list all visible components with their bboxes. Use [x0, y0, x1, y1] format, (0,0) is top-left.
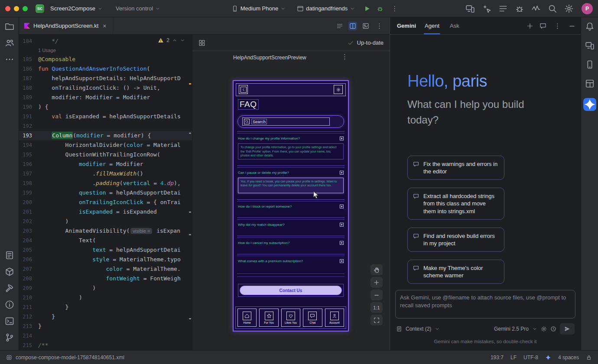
code-line[interactable]: 185@Composable [19, 55, 192, 64]
code-editor[interactable]: 184 */1 Usage185@Composable186fun Questi… [19, 35, 192, 350]
code-line[interactable]: 197 .fillMaxWidth() [19, 169, 192, 179]
code-line[interactable]: 202 ) [19, 217, 192, 226]
logcat-icon[interactable] [498, 4, 508, 13]
zoom-out-button[interactable] [370, 289, 383, 300]
more-tools-icon[interactable] [5, 55, 14, 64]
suggestion-card[interactable]: Find and resolve build errors in my proj… [407, 228, 504, 252]
editor-tab[interactable]: HelpAndSupportScreen.kt × [19, 17, 113, 34]
tab-close-button[interactable]: × [102, 23, 107, 29]
run-button[interactable] [364, 5, 370, 12]
code-view-button[interactable] [336, 23, 343, 29]
code-line[interactable]: 187 helpAndSupportDetails: HelpAndSuppor… [19, 74, 192, 83]
faq-question-row[interactable]: What comes with a premium subscription? [238, 258, 344, 264]
zoom-in-button[interactable] [370, 277, 383, 288]
more-run-actions-button[interactable]: ⋮ [390, 5, 400, 13]
code-line[interactable]: 205 text = helpAndSupportDetai [19, 245, 192, 255]
line-ending[interactable]: LF [510, 354, 517, 361]
send-button[interactable] [560, 323, 575, 335]
error-stripe[interactable] [188, 35, 192, 350]
encoding[interactable]: UTF-8 [523, 354, 538, 361]
settings-icon[interactable] [564, 4, 574, 13]
gemini-input[interactable] [395, 290, 575, 318]
statusbar-file[interactable]: compose-compose-model-1758748140651.xml [16, 354, 124, 361]
code-line[interactable]: 1 Usage [19, 46, 192, 55]
code-line[interactable]: 203 AnimatedVisibility(visible = isExpan [19, 226, 192, 236]
resource-manager-icon[interactable] [5, 267, 14, 276]
faq-item[interactable]: How do I cancel my subscription? [237, 236, 344, 254]
gemini-tab-agent[interactable]: Agent [424, 17, 440, 34]
debug-button[interactable] [377, 5, 384, 12]
preview-options-button[interactable]: ⋮ [340, 53, 350, 61]
code-line[interactable]: 213} [19, 322, 192, 331]
notifications-icon[interactable] [585, 22, 595, 31]
project-tool-icon[interactable] [5, 22, 14, 31]
design-view-button[interactable] [362, 23, 369, 29]
indent-setting[interactable]: 4 spaces [558, 354, 579, 361]
gemini-settings-button[interactable] [541, 326, 547, 332]
build-tool-icon[interactable] [5, 283, 14, 293]
app-inspection-icon[interactable] [515, 4, 524, 13]
nav-item-home[interactable]: Home [237, 309, 257, 327]
faq-item[interactable]: Why did my match disappear? [237, 218, 344, 236]
device-selector[interactable]: Medium Phone [229, 3, 288, 14]
context-selector[interactable]: Context (2) [406, 326, 431, 332]
code-line[interactable]: 189 modifier: Modifier = Modifier [19, 93, 192, 102]
gemini-tool-button[interactable] [583, 98, 596, 111]
problems-tool-icon[interactable] [5, 300, 14, 309]
layout-inspector-icon[interactable] [585, 79, 595, 88]
window-minimize-button[interactable] [14, 6, 19, 11]
next-issue-button[interactable] [180, 38, 185, 43]
faq-search-field[interactable]: Search [242, 117, 330, 126]
hide-panel-button[interactable] [569, 23, 575, 29]
code-line[interactable]: 212 } [19, 312, 192, 322]
model-selector[interactable]: Gemini 2.5 Pro [494, 326, 529, 332]
code-line[interactable]: 193 Column(modifier = modifier) { [19, 131, 192, 140]
gemini-options-button[interactable]: ⋮ [552, 22, 562, 30]
code-line[interactable]: 198 .padding(vertical = 4.dp), [19, 179, 192, 188]
studio-bot-icon[interactable] [482, 4, 491, 13]
gemini-tab-ask[interactable]: Ask [449, 17, 460, 34]
code-line[interactable]: 199 question = helpAndSupportDetai [19, 188, 192, 198]
zoom-to-fit-button[interactable] [370, 315, 383, 325]
device-manager-icon[interactable] [585, 41, 595, 50]
back-button[interactable] [239, 85, 248, 94]
new-chat-button[interactable] [526, 23, 533, 29]
prompt-history-button[interactable] [550, 326, 556, 332]
preview-layout-icon[interactable] [198, 39, 205, 46]
faq-question-row[interactable]: Can I pause or delete my profile? [238, 170, 344, 176]
profile-avatar[interactable]: P [582, 3, 593, 14]
expand-icon[interactable] [340, 241, 344, 245]
code-line[interactable]: 194 HorizontalDivider(color = Material [19, 140, 192, 150]
vcs-selector[interactable]: Version control [113, 3, 163, 13]
code-line[interactable]: 211 } [19, 302, 192, 312]
code-line[interactable]: 192 [19, 121, 192, 131]
cursor-position[interactable]: 193:7 [491, 354, 504, 361]
code-line[interactable]: 191 val isExpanded = helpAndSupportDetai… [19, 112, 192, 121]
search-everywhere-icon[interactable] [548, 4, 557, 13]
faq-item[interactable]: What comes with a premium subscription? [237, 254, 344, 272]
contact-us-button[interactable]: Contact Us [240, 286, 342, 295]
code-line[interactable]: 188 onTrailingIconClick: () -> Unit, [19, 83, 192, 93]
preview-settings-button[interactable] [334, 85, 343, 94]
code-line[interactable]: 215/** [19, 341, 192, 350]
pan-tool-button[interactable] [370, 264, 383, 275]
inspections-widget[interactable]: 2 [156, 36, 187, 44]
code-line[interactable]: 208 fontWeight = FontWeigh [19, 274, 192, 283]
nav-item-for-you[interactable]: For You [259, 309, 278, 327]
code-line[interactable]: 195 QuestionWithTrailingIconRow( [19, 150, 192, 159]
nav-item-account[interactable]: Account [325, 309, 344, 327]
split-view-button[interactable] [348, 22, 357, 30]
compose-preview-surface[interactable]: HelpAndSupportScreenPreview ⋮ [192, 51, 390, 350]
logcat-tool-icon[interactable] [5, 250, 14, 260]
device-mirroring-icon[interactable] [465, 4, 475, 13]
code-line[interactable]: 201 isExpanded = isExpanded [19, 207, 192, 217]
code-line[interactable]: 186fun QuestionAndAnswerInfoSection( [19, 64, 192, 74]
code-line[interactable]: 206 style = MaterialTheme.typo [19, 255, 192, 264]
zoom-reset-button[interactable]: 1:1 [370, 302, 383, 313]
faq-item[interactable]: How do I change my profile information?T… [237, 131, 344, 166]
running-devices-icon[interactable] [585, 60, 595, 69]
profiler-icon[interactable] [531, 4, 541, 13]
suggestion-card[interactable]: Extract all hardcoded strings from this … [407, 188, 504, 219]
editor-options-button[interactable]: ⋮ [374, 22, 384, 30]
expand-icon[interactable] [340, 171, 344, 175]
